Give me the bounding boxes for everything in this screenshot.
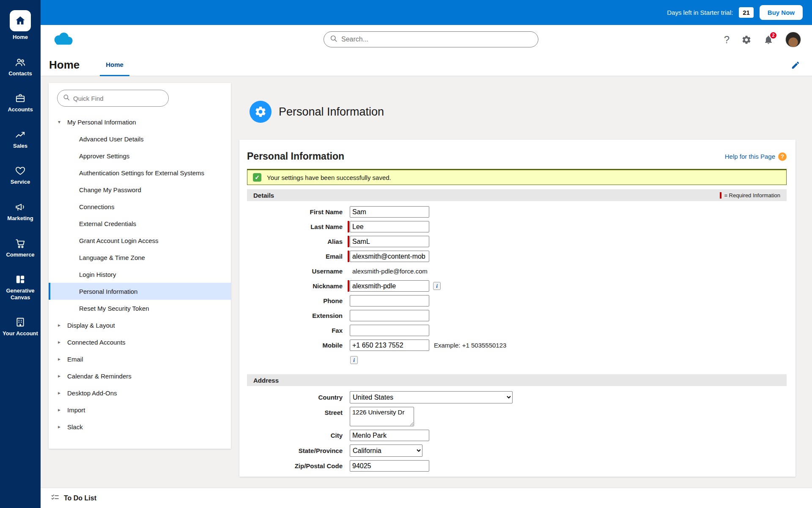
setup-nav-item-change-my-password[interactable]: Change My Password — [49, 181, 231, 198]
setup-nav-item-label: Language & Time Zone — [79, 254, 145, 261]
zip-row: Zip/Postal Code — [247, 460, 787, 472]
alias-input[interactable] — [350, 236, 429, 247]
notifications-bell-icon[interactable]: 2 — [763, 35, 774, 45]
service-icon — [15, 165, 26, 176]
sidebar-item-generative-canvas[interactable]: Generative Canvas — [1, 274, 40, 301]
todo-list-button[interactable]: To Do List — [64, 494, 96, 502]
global-search[interactable] — [324, 31, 538, 47]
required-marker — [348, 251, 349, 262]
setup-nav-item-label: Authentication Settings for External Sys… — [79, 169, 204, 177]
setup-nav-group-connected-accounts[interactable]: ▸ Connected Accounts — [49, 334, 231, 351]
email-input[interactable] — [350, 251, 429, 262]
field-label: State/Province — [247, 447, 348, 454]
setup-nav-item-language-time-zone[interactable]: Language & Time Zone — [49, 249, 231, 266]
quick-find[interactable] — [57, 90, 169, 107]
avatar[interactable] — [785, 32, 801, 47]
buy-now-button[interactable]: Buy Now — [760, 5, 803, 20]
setup-nav-item-external-credentials[interactable]: External Credentials — [49, 215, 231, 232]
field-label: Nickname — [247, 282, 348, 290]
page-header: Home Home — [41, 54, 812, 76]
setup-nav-item-grant-account-login-access[interactable]: Grant Account Login Access — [49, 232, 231, 249]
extension-input[interactable] — [350, 310, 429, 321]
personal-information-gear-icon — [250, 101, 272, 123]
required-marker — [348, 310, 349, 321]
setup-nav-item-advanced-user-details[interactable]: Advanced User Details — [49, 130, 231, 147]
mobile-input[interactable] — [350, 340, 429, 351]
help-icon[interactable]: ? — [724, 34, 730, 46]
info-icon[interactable]: i — [433, 282, 441, 290]
setup-nav-group-my-personal-information[interactable]: ▾ My Personal Information — [49, 113, 231, 130]
gear-icon[interactable] — [741, 35, 752, 45]
sidebar-item-service[interactable]: Service — [1, 165, 40, 185]
username-row: Username alexsmith-pdle@force.com — [247, 265, 787, 277]
first-name-input[interactable] — [350, 206, 429, 218]
city-input[interactable] — [350, 430, 429, 441]
setup-nav-item-authentication-settings[interactable]: Authentication Settings for External Sys… — [49, 164, 231, 181]
marketing-icon — [15, 202, 26, 213]
country-select[interactable]: United States — [350, 391, 513, 403]
search-input[interactable] — [341, 36, 532, 43]
state-select[interactable]: California — [350, 444, 422, 457]
setup-object-title: Personal Information — [279, 105, 384, 119]
field-label: Street — [247, 407, 348, 416]
zip-input[interactable] — [350, 460, 429, 472]
setup-nav-group-calendar-reminders[interactable]: ▸ Calendar & Reminders — [49, 367, 231, 384]
chevron-right-icon: ▸ — [58, 373, 67, 379]
phone-input[interactable] — [350, 295, 429, 306]
tab-home[interactable]: Home — [100, 54, 129, 76]
field-label: Zip/Postal Code — [247, 462, 348, 469]
setup-nav-item-label: Personal Information — [79, 288, 137, 295]
setup-nav-item-connections[interactable]: Connections — [49, 198, 231, 215]
setup-nav-item-personal-information[interactable]: Personal Information — [49, 283, 231, 300]
field-label: Country — [247, 394, 348, 401]
sidebar-item-contacts[interactable]: Contacts — [1, 57, 40, 77]
help-link[interactable]: Help for this Page — [725, 153, 775, 160]
help-for-this-page[interactable]: Help for this Page ? — [725, 152, 787, 161]
chevron-right-icon: ▸ — [58, 407, 67, 413]
section-title: Address — [253, 377, 279, 384]
required-marker — [348, 221, 349, 232]
quick-find-input[interactable] — [73, 95, 163, 102]
sidebar-item-marketing[interactable]: Marketing — [1, 202, 40, 222]
setup-nav-group-email[interactable]: ▸ Email — [49, 351, 231, 367]
setup-nav-group-desktop-add-ons[interactable]: ▸ Desktop Add-Ons — [49, 384, 231, 401]
field-label: City — [247, 432, 348, 439]
setup-nav-item-login-history[interactable]: Login History — [49, 266, 231, 283]
success-check-icon: ✓ — [253, 173, 261, 182]
sidebar-item-label: Marketing — [7, 215, 33, 222]
fax-input[interactable] — [350, 325, 429, 336]
fax-row: Fax — [247, 325, 787, 336]
header-actions: ? 2 — [724, 25, 801, 54]
setup-nav-group-slack[interactable]: ▸ Slack — [49, 418, 231, 435]
sidebar-item-label: Generative Canvas — [2, 287, 39, 301]
setup-nav-group-display-layout[interactable]: ▸ Display & Layout — [49, 317, 231, 334]
setup-nav-group-label: Display & Layout — [67, 322, 115, 329]
success-message: ✓ Your settings have been successfully s… — [247, 169, 787, 185]
setup-nav-item-reset-my-security-token[interactable]: Reset My Security Token — [49, 300, 231, 317]
nickname-input[interactable] — [350, 280, 429, 292]
card-title-bar: Personal Information Help for this Page … — [247, 151, 787, 162]
info-icon[interactable]: i — [350, 356, 358, 364]
setup-nav-group-label: Desktop Add-Ons — [67, 389, 117, 397]
address-section-header: Address — [247, 374, 787, 386]
setup-nav-tree: ▾ My Personal Information Advanced User … — [49, 113, 231, 435]
field-label: First Name — [247, 208, 348, 215]
sidebar-item-commerce[interactable]: Commerce — [1, 238, 40, 258]
address-form: Country United States Street 1226 Univer… — [247, 386, 787, 472]
main-content: ▾ My Personal Information Advanced User … — [41, 76, 812, 488]
required-marker — [348, 325, 349, 336]
required-marker — [348, 430, 349, 441]
edit-icon[interactable] — [791, 61, 800, 70]
chevron-right-icon: ▸ — [58, 390, 67, 396]
sidebar-item-accounts[interactable]: Accounts — [1, 93, 40, 113]
sidebar-item-your-account[interactable]: Your Account — [1, 317, 40, 337]
sidebar-item-sales[interactable]: Sales — [1, 129, 40, 149]
setup-nav-item-approver-settings[interactable]: Approver Settings — [49, 147, 231, 164]
setup-nav-group-label: My Personal Information — [67, 119, 136, 126]
mobile-example-text: Example: +1 5035550123 — [434, 342, 506, 349]
sidebar-item-home[interactable]: Home — [1, 0, 40, 41]
setup-nav-item-label: Grant Account Login Access — [79, 237, 159, 244]
setup-nav-group-import[interactable]: ▸ Import — [49, 401, 231, 418]
last-name-input[interactable] — [350, 221, 429, 232]
street-textarea[interactable]: 1226 University Dr — [350, 407, 414, 426]
